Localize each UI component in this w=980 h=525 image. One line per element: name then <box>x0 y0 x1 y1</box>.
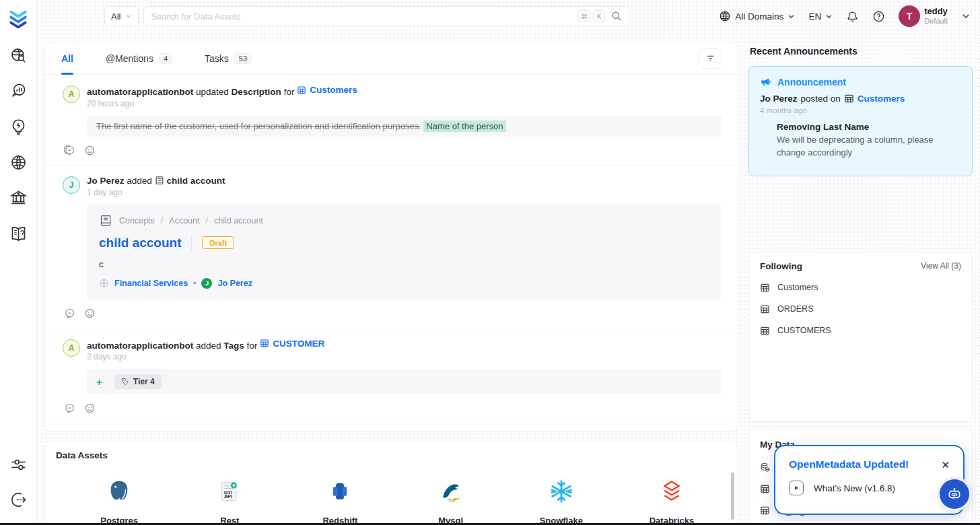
assets-scrollbar[interactable] <box>731 473 734 520</box>
avatar: J <box>63 176 80 194</box>
service-rest[interactable]: RESTAPI Rest <box>174 477 285 525</box>
add-reaction-icon[interactable] <box>84 308 96 319</box>
sidebar-item-logout[interactable] <box>9 490 28 509</box>
sidebar-item-learning[interactable] <box>9 224 28 243</box>
observability-icon <box>9 82 28 100</box>
service-mysql[interactable]: SQL Mysql <box>396 477 506 525</box>
left-sidebar <box>0 0 37 525</box>
diff-added-text: Name of the person <box>423 120 505 132</box>
tag-icon <box>121 378 129 386</box>
feed-item-title: automatorapplicationbot added Tags for C… <box>87 339 324 351</box>
tab-tasks[interactable]: Tasks 53 <box>205 42 252 74</box>
service-snowflake[interactable]: Snowflake <box>506 477 617 525</box>
table-icon <box>760 304 770 314</box>
search-input-box: ⌘ K <box>143 6 629 26</box>
sidebar-item-govern[interactable] <box>9 188 28 207</box>
table-icon <box>760 283 770 293</box>
domains-icon <box>9 153 28 172</box>
domains-dropdown[interactable]: All Domains <box>719 10 795 22</box>
entity-link[interactable]: Customers <box>844 94 905 104</box>
chevron-down-icon[interactable] <box>961 11 971 21</box>
glossary-term-card: Concepts / Account / child account child… <box>87 205 722 300</box>
tab-mentions[interactable]: @Mentions 4 <box>106 42 172 74</box>
search-input[interactable] <box>151 11 578 22</box>
search-icon[interactable] <box>611 11 622 22</box>
user-menu[interactable]: T teddy Default <box>899 5 948 27</box>
following-item[interactable]: Customers <box>760 283 961 293</box>
following-view-all-link[interactable]: View All (3) <box>921 261 961 271</box>
add-reaction-icon[interactable] <box>84 145 96 156</box>
announcement-card[interactable]: Announcement Jo Perez posted on Customer… <box>748 66 973 176</box>
comment-icon[interactable] <box>64 403 75 414</box>
timestamp: 1 day ago <box>87 188 225 197</box>
notifications-button[interactable] <box>846 10 859 23</box>
table-icon <box>760 484 770 494</box>
following-item[interactable]: ORDERS <box>760 304 961 314</box>
sidebar-item-domains[interactable] <box>9 153 28 172</box>
service-redshift[interactable]: Redshift <box>285 477 395 525</box>
data-assets-grid: Postgres RESTAPI Rest Redsh <box>56 477 727 525</box>
assistant-bot-button[interactable] <box>940 479 969 509</box>
sidebar-item-observability[interactable] <box>9 81 28 100</box>
snowflake-logo <box>547 477 575 505</box>
close-icon[interactable]: ✕ <box>941 460 950 470</box>
comment-icon[interactable] <box>64 308 75 319</box>
feed-item-tags-added-metrics-view: A automatorapplicationbot added Tags for <box>45 423 738 431</box>
announcement-body: We will be deprecating a column, please … <box>777 134 945 160</box>
table-icon <box>844 94 854 104</box>
feed-filter-button[interactable] <box>699 48 722 69</box>
sidebar-item-explore[interactable] <box>9 46 28 65</box>
chevron-down-icon <box>788 13 795 20</box>
owner-link[interactable]: Jo Perez <box>217 279 252 288</box>
timestamp: 20 hours ago <box>87 99 357 108</box>
filter-icon <box>705 53 715 63</box>
service-databricks[interactable]: Databricks <box>617 477 727 525</box>
service-postgres[interactable]: Postgres <box>64 477 174 525</box>
glossary-term-title[interactable]: child account <box>99 236 181 250</box>
postgres-logo <box>105 477 133 505</box>
rest-api-logo: RESTAPI <box>215 477 244 505</box>
add-tag-button[interactable]: + <box>96 376 102 388</box>
comment-icon[interactable] <box>64 145 75 156</box>
help-button[interactable] <box>872 10 885 23</box>
cmd-key: ⌘ <box>578 10 590 22</box>
following-item[interactable]: CUSTOMERS <box>760 326 961 336</box>
whats-new-link[interactable]: What's New (v1.6.8) <box>789 481 950 495</box>
breadcrumb: Concepts / Account / child account <box>99 214 709 228</box>
domain-link[interactable]: Financial Services <box>114 279 188 288</box>
recent-announcements-heading: Recent Announcements <box>750 46 971 57</box>
sidebar-item-insights[interactable] <box>9 117 28 136</box>
tasks-count-badge: 53 <box>234 53 252 64</box>
search-scope-dropdown[interactable]: All <box>104 6 139 26</box>
settings-icon <box>9 456 28 474</box>
avatar: A <box>63 85 80 103</box>
table-icon <box>760 505 770 516</box>
owner-avatar: J <box>201 278 212 289</box>
following-heading: Following <box>760 261 802 271</box>
add-reaction-icon[interactable] <box>84 403 96 414</box>
glossary-term-description: c <box>99 259 709 269</box>
user-avatar: T <box>899 5 920 27</box>
sidebar-nav <box>9 46 28 243</box>
redshift-logo <box>326 477 354 505</box>
tag-chip[interactable]: Tier 4 <box>114 374 162 389</box>
timestamp: 2 days ago <box>87 352 324 361</box>
sidebar-item-settings[interactable] <box>9 455 28 474</box>
tags-change-row: + Tier 4 <box>87 369 722 394</box>
play-icon <box>789 481 804 495</box>
draft-status-badge: Draft <box>202 236 234 249</box>
feed-item-description-update: A automatorapplicationbot updated Descri… <box>45 75 738 156</box>
logout-icon <box>9 491 28 509</box>
megaphone-icon <box>760 76 771 88</box>
openmetadata-logo[interactable] <box>7 7 30 30</box>
govern-icon <box>9 189 28 207</box>
svg-text:SQL: SQL <box>448 498 457 502</box>
entity-link[interactable]: Customers <box>297 85 357 95</box>
domains-label: All Domains <box>735 11 783 22</box>
language-dropdown[interactable]: EN <box>808 11 833 22</box>
tab-all[interactable]: All <box>61 42 73 74</box>
help-icon <box>872 10 885 23</box>
insights-icon <box>9 118 28 136</box>
topbar: All ⌘ K All Domains EN <box>37 0 980 32</box>
entity-link[interactable]: CUSTOMER <box>260 339 324 349</box>
